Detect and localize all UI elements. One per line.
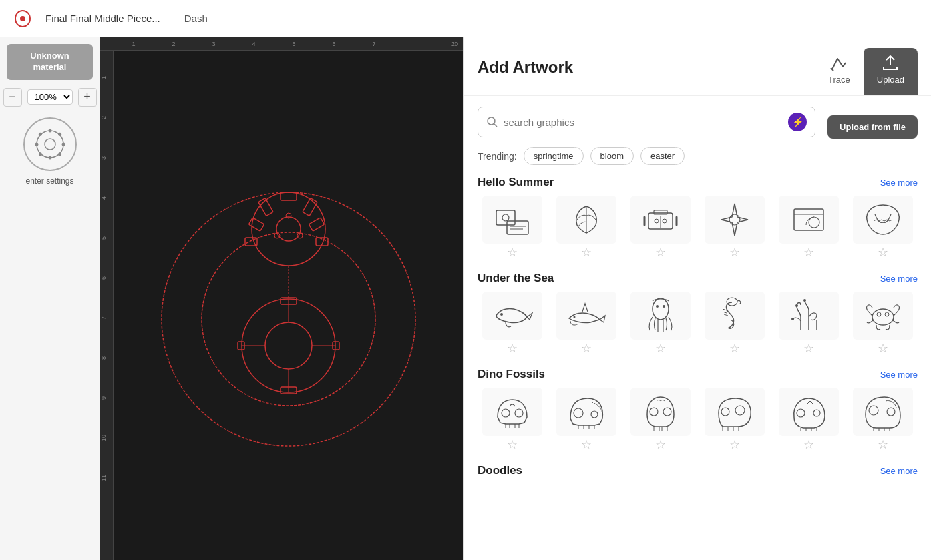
section-under-the-sea: Under the Sea See more bbox=[478, 272, 918, 354]
graphic-item-df4[interactable]: ☆ bbox=[700, 388, 769, 451]
see-more-doodles[interactable]: See more bbox=[880, 466, 918, 476]
svg-point-68 bbox=[663, 408, 671, 416]
star-us2[interactable]: ☆ bbox=[581, 342, 592, 354]
graphic-item-us4[interactable]: ☆ bbox=[700, 292, 769, 354]
ruler-h-5: 5 bbox=[274, 41, 314, 47]
star-hs1[interactable]: ☆ bbox=[507, 246, 518, 258]
trending-chip-easter[interactable]: easter bbox=[640, 147, 685, 165]
nav-link[interactable]: Dash bbox=[184, 13, 208, 24]
ruler-v-10: 10 bbox=[100, 418, 113, 458]
graphic-item-df2[interactable]: ☆ bbox=[552, 388, 620, 451]
ruler-h-2: 2 bbox=[154, 41, 194, 47]
trending-chip-bloom[interactable]: bloom bbox=[590, 147, 634, 165]
svg-point-73 bbox=[869, 406, 878, 415]
canvas-inner: 1 2 3 4 5 6 7 8 9 10 11 bbox=[100, 51, 463, 560]
section-header-dino-fossils: Dino Fossils See more bbox=[478, 368, 918, 381]
svg-point-60 bbox=[872, 309, 894, 325]
star-us1[interactable]: ☆ bbox=[507, 342, 518, 354]
doc-title: Final Final Middle Piece... bbox=[45, 13, 160, 24]
zoom-select[interactable]: 100% 75% 50% 150% 200% bbox=[27, 89, 73, 105]
star-hs3[interactable]: ☆ bbox=[655, 246, 666, 258]
star-us3[interactable]: ☆ bbox=[655, 342, 666, 354]
graphic-item-hs4[interactable]: ☆ bbox=[700, 196, 769, 258]
svg-point-52 bbox=[573, 316, 575, 318]
star-hs2[interactable]: ☆ bbox=[581, 246, 592, 258]
svg-point-51 bbox=[500, 313, 503, 316]
enter-settings-label[interactable]: enter settings bbox=[25, 176, 73, 186]
settings-circle[interactable] bbox=[23, 117, 77, 171]
lightning-button[interactable]: ⚡ bbox=[788, 113, 807, 131]
zoom-controls: − 100% 75% 50% 150% 200% + bbox=[3, 88, 97, 107]
star-df4[interactable]: ☆ bbox=[729, 439, 740, 451]
graphics-grid-dino-fossils: ☆ ☆ bbox=[478, 388, 918, 451]
graphic-item-df6[interactable]: ☆ bbox=[849, 388, 918, 451]
see-more-under-the-sea[interactable]: See more bbox=[880, 274, 918, 284]
svg-point-8 bbox=[58, 152, 61, 156]
search-bar: ⚡ bbox=[478, 107, 815, 137]
graphic-item-us2[interactable]: ☆ bbox=[552, 292, 620, 354]
star-hs6[interactable]: ☆ bbox=[878, 246, 888, 258]
svg-point-4 bbox=[48, 156, 51, 159]
graphic-item-hs2[interactable]: ☆ bbox=[552, 196, 620, 258]
upload-button[interactable]: Upload bbox=[864, 48, 918, 95]
graphic-item-df5[interactable]: ☆ bbox=[775, 388, 844, 451]
star-us4[interactable]: ☆ bbox=[729, 342, 740, 354]
laser-design bbox=[142, 119, 435, 493]
svg-point-69 bbox=[721, 408, 729, 416]
svg-point-61 bbox=[877, 312, 881, 316]
ruler-h-1: 1 bbox=[114, 41, 154, 47]
svg-point-36 bbox=[488, 117, 495, 125]
graphic-thumb-df1 bbox=[482, 388, 542, 436]
svg-point-5 bbox=[35, 142, 38, 146]
trending-chip-springtime[interactable]: springtime bbox=[524, 147, 584, 165]
graphic-item-hs5[interactable]: ☆ bbox=[775, 196, 844, 258]
star-df2[interactable]: ☆ bbox=[581, 439, 592, 451]
star-us6[interactable]: ☆ bbox=[878, 342, 888, 354]
star-df1[interactable]: ☆ bbox=[507, 439, 518, 451]
trace-button[interactable]: Trace bbox=[815, 48, 864, 95]
section-header-doodles: Doodles See more bbox=[478, 464, 918, 477]
star-df5[interactable]: ☆ bbox=[803, 439, 814, 451]
horizontal-ruler: 1 2 3 4 5 6 7 20 bbox=[100, 37, 463, 51]
panel-title: Add Artwork bbox=[478, 58, 573, 85]
star-us5[interactable]: ☆ bbox=[803, 342, 814, 354]
graphic-item-us6[interactable]: ☆ bbox=[849, 292, 918, 354]
zoom-out-button[interactable]: − bbox=[3, 88, 22, 107]
graphic-item-df3[interactable]: ☆ bbox=[626, 388, 695, 451]
svg-point-71 bbox=[797, 409, 805, 417]
graphic-thumb-hs3 bbox=[630, 196, 691, 244]
svg-point-57 bbox=[803, 299, 806, 302]
graphic-item-hs6[interactable]: ☆ bbox=[849, 196, 918, 258]
svg-point-9 bbox=[38, 152, 41, 156]
see-more-dino-fossils[interactable]: See more bbox=[880, 370, 918, 380]
graphic-item-hs1[interactable]: ☆ bbox=[478, 196, 546, 258]
star-hs4[interactable]: ☆ bbox=[729, 246, 740, 258]
section-title-hello-summer: Hello Summer bbox=[478, 176, 554, 189]
graphic-thumb-df6 bbox=[853, 388, 913, 436]
upload-from-file-button[interactable]: Upload from file bbox=[827, 115, 918, 139]
ruler-v-9: 9 bbox=[100, 378, 113, 418]
graphic-item-us5[interactable]: ☆ bbox=[775, 292, 844, 354]
section-title-doodles: Doodles bbox=[478, 464, 522, 477]
graphic-item-us1[interactable]: ☆ bbox=[478, 292, 546, 354]
see-more-hello-summer[interactable]: See more bbox=[880, 178, 918, 188]
star-df6[interactable]: ☆ bbox=[878, 439, 888, 451]
svg-rect-14 bbox=[281, 192, 297, 200]
section-header-hello-summer: Hello Summer See more bbox=[478, 176, 918, 189]
zoom-in-button[interactable]: + bbox=[78, 88, 97, 107]
canvas-content bbox=[114, 51, 463, 560]
material-button[interactable]: Unknown material bbox=[7, 44, 93, 80]
app-logo[interactable] bbox=[11, 7, 35, 31]
graphics-grid-under-the-sea: ☆ ☆ bbox=[478, 292, 918, 354]
graphic-thumb-us6 bbox=[853, 292, 913, 340]
star-df3[interactable]: ☆ bbox=[655, 439, 666, 451]
graphic-item-hs3[interactable]: ☆ bbox=[626, 196, 695, 258]
svg-point-72 bbox=[813, 410, 820, 416]
graphic-item-df1[interactable]: ☆ bbox=[478, 388, 546, 451]
svg-point-58 bbox=[795, 304, 798, 307]
svg-point-64 bbox=[515, 409, 523, 417]
search-input[interactable] bbox=[504, 117, 783, 128]
graphic-thumb-df3 bbox=[630, 388, 691, 436]
star-hs5[interactable]: ☆ bbox=[803, 246, 814, 258]
graphic-item-us3[interactable]: ☆ bbox=[626, 292, 695, 354]
